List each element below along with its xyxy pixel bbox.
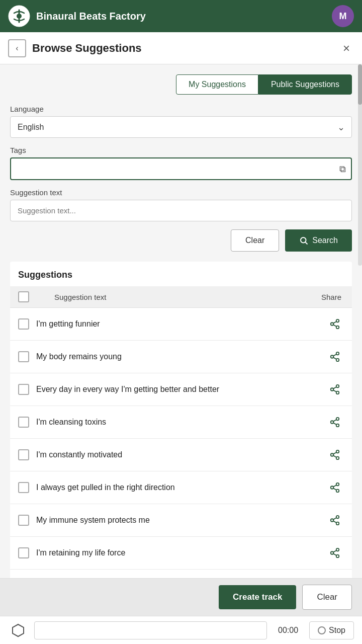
suggestion-checkbox-1[interactable] bbox=[18, 318, 29, 330]
suggestion-text-4: I'm cleansing toxins bbox=[36, 417, 326, 428]
svg-point-16 bbox=[336, 391, 339, 394]
svg-line-17 bbox=[333, 390, 336, 392]
table-row: I'm retaining my life force bbox=[10, 537, 352, 570]
share-button-7[interactable] bbox=[326, 511, 344, 529]
suggestion-checkbox-2[interactable] bbox=[18, 351, 29, 362]
share-button-4[interactable] bbox=[326, 413, 344, 431]
share-icon bbox=[329, 482, 340, 493]
tab-my-suggestions[interactable]: My Suggestions bbox=[176, 74, 258, 95]
svg-point-2 bbox=[301, 237, 306, 243]
svg-point-10 bbox=[331, 355, 334, 358]
suggestion-text-1: I'm getting funnier bbox=[36, 318, 326, 330]
language-field-group: Language English ⌄ bbox=[10, 105, 352, 138]
svg-point-39 bbox=[336, 548, 339, 551]
svg-point-25 bbox=[331, 453, 334, 456]
stop-button[interactable]: Stop bbox=[309, 621, 354, 639]
tags-label: Tags bbox=[10, 146, 352, 154]
suggestion-text-8: I'm retaining my life force bbox=[36, 547, 326, 558]
col-header-share: Share bbox=[319, 293, 344, 301]
svg-line-33 bbox=[333, 485, 336, 487]
page-header-left: ‹ Browse Suggestions bbox=[8, 39, 142, 57]
tags-input[interactable] bbox=[10, 157, 352, 180]
page-title: Browse Suggestions bbox=[32, 42, 142, 55]
expand-icon: ⧉ bbox=[339, 164, 346, 174]
search-icon bbox=[299, 236, 308, 245]
svg-point-9 bbox=[336, 352, 339, 355]
table-row: I'm cleansing toxins bbox=[10, 406, 352, 439]
app-bar-left: Binaural Beats Factory bbox=[8, 5, 146, 27]
svg-line-18 bbox=[333, 387, 336, 389]
page-header: ‹ Browse Suggestions × bbox=[0, 32, 362, 64]
svg-line-37 bbox=[333, 521, 336, 523]
close-button[interactable]: × bbox=[339, 39, 354, 57]
svg-point-14 bbox=[336, 385, 339, 388]
share-icon bbox=[329, 351, 340, 362]
svg-point-34 bbox=[336, 516, 339, 519]
svg-line-23 bbox=[333, 420, 336, 422]
back-button[interactable]: ‹ bbox=[8, 39, 26, 57]
filter-buttons-row: Clear Search bbox=[10, 229, 352, 252]
suggestion-checkbox-3[interactable] bbox=[18, 384, 29, 395]
select-all-checkbox[interactable] bbox=[18, 291, 29, 302]
bottom-action-bar: Create track Clear bbox=[0, 578, 362, 616]
svg-point-30 bbox=[331, 486, 334, 489]
avatar[interactable]: M bbox=[332, 5, 354, 27]
svg-point-40 bbox=[331, 551, 334, 554]
svg-point-1 bbox=[17, 14, 22, 19]
app-bar: Binaural Beats Factory M bbox=[0, 0, 362, 32]
suggestions-section-title: Suggestions bbox=[10, 262, 352, 286]
svg-line-8 bbox=[333, 321, 336, 324]
table-row: I'm getting funnier bbox=[10, 308, 352, 341]
suggestion-checkbox-7[interactable] bbox=[18, 515, 29, 526]
bottom-text-input[interactable] bbox=[34, 621, 267, 639]
suggestions-table-header: Suggestion text Share bbox=[10, 286, 352, 308]
suggestion-text-input[interactable] bbox=[10, 200, 352, 221]
language-select[interactable]: English bbox=[10, 116, 352, 138]
share-button-6[interactable] bbox=[326, 478, 344, 497]
clear-bottom-button[interactable]: Clear bbox=[302, 585, 352, 610]
main-content: My Suggestions Public Suggestions Langua… bbox=[0, 64, 362, 644]
suggestion-checkbox-5[interactable] bbox=[18, 449, 29, 460]
suggestion-text-3: Every day in every way I'm getting bette… bbox=[36, 384, 326, 395]
share-button-5[interactable] bbox=[326, 446, 344, 464]
bottom-menu-icon[interactable] bbox=[8, 620, 28, 640]
table-row: My body remains young bbox=[10, 341, 352, 373]
svg-point-35 bbox=[331, 519, 334, 522]
suggestion-text-6: I always get pulled in the right directi… bbox=[36, 482, 326, 493]
suggestion-checkbox-8[interactable] bbox=[18, 547, 29, 558]
svg-point-4 bbox=[336, 319, 339, 323]
suggestion-text-field-group: Suggestion text bbox=[10, 188, 352, 221]
language-label: Language bbox=[10, 105, 352, 113]
svg-point-19 bbox=[336, 418, 339, 421]
tab-public-suggestions[interactable]: Public Suggestions bbox=[258, 74, 352, 95]
clear-filter-button[interactable]: Clear bbox=[231, 229, 279, 252]
svg-point-29 bbox=[336, 483, 339, 486]
share-button-1[interactable] bbox=[326, 315, 344, 333]
svg-line-12 bbox=[333, 357, 336, 359]
svg-point-41 bbox=[336, 555, 339, 558]
svg-point-6 bbox=[336, 326, 339, 329]
svg-line-13 bbox=[333, 354, 336, 356]
share-button-3[interactable] bbox=[326, 380, 344, 398]
tab-toggle: My Suggestions Public Suggestions bbox=[10, 74, 352, 95]
suggestion-checkbox-6[interactable] bbox=[18, 482, 29, 493]
suggestion-text-label: Suggestion text bbox=[10, 188, 352, 197]
svg-line-28 bbox=[333, 452, 336, 454]
svg-point-24 bbox=[336, 450, 339, 453]
scrollbar-thumb[interactable] bbox=[358, 64, 362, 105]
svg-point-11 bbox=[336, 359, 339, 362]
share-button-2[interactable] bbox=[326, 348, 344, 366]
svg-line-38 bbox=[333, 518, 336, 520]
svg-line-43 bbox=[333, 550, 336, 552]
svg-point-20 bbox=[331, 421, 334, 424]
svg-line-3 bbox=[306, 242, 308, 244]
app-title: Binaural Beats Factory bbox=[36, 11, 146, 22]
share-icon bbox=[329, 417, 340, 428]
share-icon bbox=[329, 318, 340, 330]
share-button-8[interactable] bbox=[326, 544, 344, 562]
search-button[interactable]: Search bbox=[285, 229, 352, 252]
suggestion-checkbox-4[interactable] bbox=[18, 417, 29, 428]
create-track-button[interactable]: Create track bbox=[219, 585, 296, 609]
svg-line-22 bbox=[333, 423, 336, 425]
scrollbar-track[interactable] bbox=[358, 64, 362, 266]
